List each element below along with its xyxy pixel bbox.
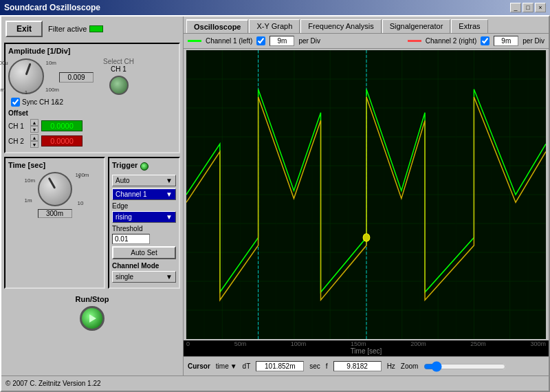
run-stop-area: Run/Stop [4, 295, 180, 331]
time-mark-10: 10 [78, 200, 84, 206]
threshold-input[interactable] [112, 234, 150, 244]
title-bar: Soundcard Oszilloscope _ □ × [0, 0, 550, 15]
cursor-type-dropdown[interactable]: time ▼ [216, 362, 237, 370]
ch1-offset-down[interactable]: ▼ [30, 126, 38, 133]
exit-button[interactable]: Exit [6, 21, 43, 37]
trigger-mode-arrow: ▼ [166, 177, 173, 184]
amplitude-mark-100u: 100u [0, 60, 8, 66]
minimize-button[interactable]: _ [510, 3, 521, 12]
footer: © 2007 C. Zeitnitz Version 1.22 [1, 375, 549, 391]
ch2-per-div-label: per Div [522, 37, 544, 45]
x-axis-label: Time [sec] [184, 347, 549, 356]
left-panel: Exit Filter active Amplitude [1/Div] 10m… [1, 17, 184, 375]
x-mark-0: 0 [186, 340, 190, 347]
time-value-input[interactable] [38, 209, 72, 218]
select-ch-area: Select CH CH 1 [103, 58, 134, 95]
time-knob[interactable] [38, 172, 72, 206]
maximize-button[interactable]: □ [522, 3, 534, 12]
amplitude-mark-100m: 100m [45, 87, 59, 93]
cursor-type-value: time [216, 362, 229, 370]
amplitude-mark-10m: 10m [45, 60, 56, 66]
svg-point-32 [363, 234, 370, 241]
tab-frequency-analysis[interactable]: Frequency Analysis [300, 19, 381, 33]
dt-value: 101.852m [256, 361, 304, 371]
ch2-visible-checkbox[interactable] [481, 36, 490, 45]
offset-title: Offset [8, 109, 176, 117]
run-stop-label: Run/Stop [76, 295, 109, 303]
f-value: 9.8182 [333, 361, 382, 371]
amplitude-value-input[interactable] [59, 72, 94, 83]
channel-mode-dropdown[interactable]: single ▼ [112, 271, 176, 283]
right-panel: Oscilloscope X-Y Graph Frequency Analysi… [184, 17, 549, 375]
ch1-indicator[interactable] [109, 76, 129, 95]
trigger-channel-value: Channel 1 [116, 190, 147, 198]
ch2-offset-row: CH 2 ▲ ▼ [8, 134, 176, 148]
trigger-channel-dropdown[interactable]: Channel 1 ▼ [112, 188, 176, 200]
ch2-channel-label: Channel 2 (right) [426, 37, 476, 45]
filter-active-label: Filter active [48, 25, 87, 33]
ch2-offset-label: CH 2 [8, 138, 28, 145]
close-button[interactable]: × [535, 3, 546, 12]
tab-oscilloscope[interactable]: Oscilloscope [186, 19, 248, 33]
ch1-per-div-input[interactable] [270, 36, 294, 46]
ch1-offset-row: CH 1 ▲ ▼ [8, 119, 176, 133]
trigger-mode-value: Auto [116, 177, 130, 184]
ch1-offset-up[interactable]: ▲ [30, 119, 38, 126]
cursor-label: Cursor [188, 362, 210, 370]
ch2-offset-input[interactable] [41, 135, 82, 146]
oscilloscope-display[interactable] [186, 50, 546, 339]
window-title: Soundcard Oszilloscope [4, 3, 100, 12]
amplitude-title: Amplitude [1/Div] [8, 47, 176, 55]
select-ch-label: Select CH [103, 58, 134, 65]
threshold-label: Threshold [112, 225, 176, 232]
zoom-label: Zoom [401, 362, 419, 370]
time-knob-indicator [47, 177, 56, 189]
run-stop-button[interactable] [80, 306, 104, 331]
channel-mode-label: Channel Mode [112, 262, 176, 270]
top-controls: Exit Filter active [4, 19, 180, 39]
x-mark-200m: 200m [410, 340, 426, 347]
ch2-offset-down[interactable]: ▼ [30, 141, 38, 148]
amplitude-knob-row: 10m 100u 100m 1m 1 Select CH CH 1 [8, 58, 176, 95]
ch2-offset-up[interactable]: ▲ [30, 134, 38, 141]
trigger-edge-dropdown[interactable]: rising ▼ [112, 211, 176, 223]
trigger-channel-arrow: ▼ [166, 190, 173, 198]
main-container: Exit Filter active Amplitude [1/Div] 10m… [0, 15, 550, 392]
sync-check-row: Sync CH 1&2 [11, 98, 176, 107]
channel-mode-arrow: ▼ [166, 273, 173, 281]
amplitude-mark-1: 1 [25, 89, 28, 96]
cursor-bar: Cursor time ▼ dT 101.852m sec f 9.8182 H… [184, 356, 549, 375]
dt-unit: sec [309, 362, 320, 370]
ch1-visible-checkbox[interactable] [256, 36, 265, 45]
zoom-slider[interactable] [424, 361, 506, 372]
trigger-panel: Trigger Auto ▼ Channel 1 ▼ Edge rising [108, 157, 180, 289]
ch2-per-div-input[interactable] [494, 36, 518, 46]
content-area: Exit Filter active Amplitude [1/Div] 10m… [1, 17, 549, 375]
tab-extras[interactable]: Extras [451, 19, 487, 33]
middle-row: Time [sec] 100m 10m 1 1m 10 [4, 157, 180, 292]
ch1-label-text: CH 1 [111, 65, 126, 73]
x-mark-300m: 300m [530, 340, 546, 347]
svg-marker-0 [89, 314, 96, 323]
channel-mode-section: Channel Mode single ▼ [112, 262, 176, 283]
amplitude-panel: Amplitude [1/Div] 10m 100u 100m 1m 1 [4, 43, 180, 153]
ch1-per-div-label: per Div [298, 37, 320, 45]
tab-bar: Oscilloscope X-Y Graph Frequency Analysi… [184, 17, 549, 33]
x-mark-150m: 150m [351, 340, 366, 347]
trigger-mode-dropdown[interactable]: Auto ▼ [112, 175, 176, 186]
amplitude-knob-indicator [25, 63, 32, 76]
sync-checkbox[interactable] [11, 98, 20, 107]
trigger-edge-value: rising [116, 213, 132, 221]
time-mark-1m: 1m [25, 197, 32, 204]
tab-xy-graph[interactable]: X-Y Graph [249, 19, 300, 33]
window-controls: _ □ × [510, 3, 546, 12]
x-mark-50m: 50m [234, 340, 247, 347]
auto-set-button[interactable]: Auto Set [112, 246, 176, 259]
cursor-type-arrow: ▼ [230, 362, 237, 370]
channel-mode-value: single [116, 273, 133, 281]
edge-label: Edge [112, 202, 176, 210]
ch1-offset-input[interactable] [41, 120, 82, 131]
time-panel: Time [sec] 100m 10m 1 1m 10 [4, 157, 105, 289]
tab-signalgenerator[interactable]: Signalgenerator [382, 19, 451, 33]
ch1-color-indicator [188, 40, 201, 42]
